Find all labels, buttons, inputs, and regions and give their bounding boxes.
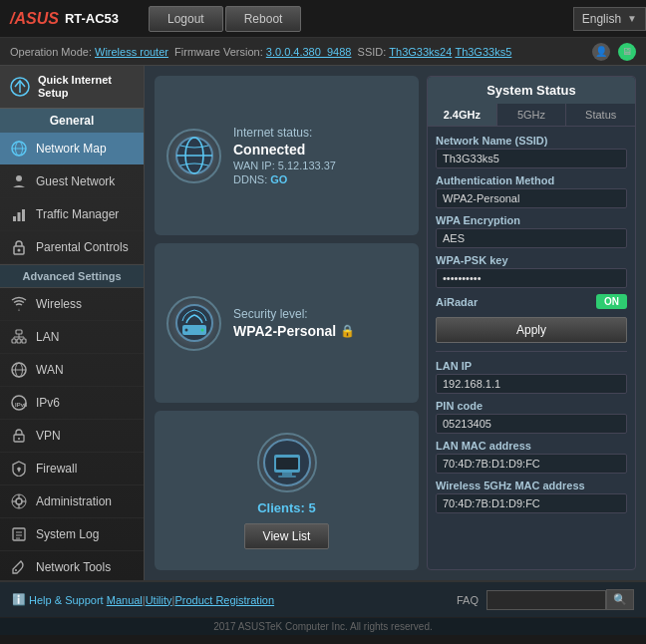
- sidebar-item-firewall[interactable]: Firewall: [0, 453, 144, 485]
- wpa-psk-field-value: ••••••••••: [436, 268, 627, 288]
- main-content: Internet status: Connected WAN IP: 5.12.…: [145, 66, 646, 580]
- airada-toggle[interactable]: ON: [596, 294, 627, 309]
- internet-ddns: DDNS: GO: [233, 173, 407, 185]
- sidebar-item-guest-network[interactable]: Guest Network: [0, 165, 144, 198]
- info-bar: Operation Mode: Wireless router Firmware…: [0, 38, 646, 66]
- lock-icon: 🔒: [340, 324, 355, 338]
- ssid-field-label: Network Name (SSID): [436, 135, 627, 147]
- sidebar-item-network-tools[interactable]: Network Tools: [0, 551, 144, 580]
- svg-rect-12: [12, 339, 16, 343]
- header-buttons: Logout Reboot: [145, 6, 573, 32]
- sidebar-item-traffic-manager[interactable]: Traffic Manager: [0, 198, 144, 231]
- system-status-body: Network Name (SSID) Th3G33ks5 Authentica…: [428, 127, 635, 521]
- security-level-value: WPA2-Personal: [233, 323, 336, 339]
- sidebar-item-system-log[interactable]: System Log: [0, 518, 144, 551]
- lan-mac-label: LAN MAC address: [436, 440, 627, 452]
- model-name: RT-AC53: [65, 11, 119, 26]
- sidebar-item-vpn[interactable]: VPN: [0, 420, 144, 453]
- sidebar-item-lan[interactable]: LAN: [0, 321, 144, 354]
- product-reg-link[interactable]: Product Registration: [174, 594, 274, 606]
- divider: [436, 351, 627, 352]
- svg-rect-14: [22, 339, 26, 343]
- internet-card: Internet status: Connected WAN IP: 5.12.…: [155, 76, 419, 235]
- pin-code-value: 05213405: [436, 414, 627, 434]
- svg-point-10: [18, 249, 21, 252]
- svg-rect-7: [18, 212, 21, 221]
- system-status-tabs: 2.4GHz 5GHz Status: [428, 104, 635, 127]
- quick-internet-icon: [10, 77, 30, 97]
- apply-button[interactable]: Apply: [436, 317, 627, 343]
- internet-wan-ip: WAN IP: 5.12.133.37: [233, 160, 407, 171]
- lan-ip-label: LAN IP: [436, 360, 627, 372]
- tab-5ghz[interactable]: 5GHz: [497, 104, 567, 126]
- wpa-enc-field-value: AES: [436, 228, 627, 248]
- airada-row: AiRadar ON: [436, 294, 627, 309]
- ssid-2g-link[interactable]: Th3G33ks24: [389, 46, 452, 58]
- sidebar-item-parental-controls[interactable]: Parental Controls: [0, 231, 144, 264]
- help-support-link[interactable]: Help & Support: [29, 594, 104, 606]
- svg-point-42: [184, 329, 187, 332]
- svg-point-5: [16, 175, 22, 181]
- auth-field-label: Authentication Method: [436, 174, 627, 186]
- network-tools-label: Network Tools: [36, 560, 111, 574]
- firmware-label: Firmware Version:: [174, 46, 263, 58]
- ipv6-icon: IPv6: [10, 394, 28, 412]
- system-log-icon: [10, 525, 28, 543]
- sidebar-item-network-map[interactable]: Network Map: [0, 133, 144, 165]
- svg-rect-47: [278, 476, 296, 478]
- user-icon[interactable]: 👤: [592, 43, 610, 61]
- copyright-bar: 2017 ASUSTeK Computer Inc. All rights re…: [0, 617, 646, 635]
- pin-code-label: PIN code: [436, 400, 627, 412]
- sidebar-item-wireless[interactable]: Wireless: [0, 288, 144, 321]
- language-label: English: [582, 12, 621, 26]
- network-map-icon: [10, 140, 28, 158]
- reboot-button[interactable]: Reboot: [225, 6, 302, 32]
- sidebar-item-ipv6[interactable]: IPv6 IPv6: [0, 387, 144, 420]
- wireless-mac-value: 70:4D:7B:D1:D9:FC: [436, 493, 627, 513]
- system-status-title: System Status: [428, 77, 635, 104]
- svg-text:IPv6: IPv6: [15, 402, 27, 408]
- svg-point-43: [200, 329, 203, 332]
- general-section-header: General: [0, 109, 144, 133]
- internet-status-value: Connected: [233, 142, 407, 158]
- svg-point-26: [16, 498, 22, 504]
- language-selector[interactable]: English ▼: [573, 7, 646, 31]
- lan-ip-value: 192.168.1.1: [436, 374, 627, 394]
- sidebar-item-wan[interactable]: WAN: [0, 354, 144, 387]
- operation-mode-link[interactable]: Wireless router: [95, 46, 168, 58]
- faq-label: FAQ: [457, 594, 479, 606]
- logout-button[interactable]: Logout: [149, 6, 223, 32]
- view-list-button[interactable]: View List: [244, 523, 330, 549]
- logo-area: /ASUS RT-AC53: [0, 10, 145, 28]
- guest-network-label: Guest Network: [36, 174, 115, 188]
- svg-rect-13: [17, 339, 21, 343]
- tab-status[interactable]: Status: [566, 104, 635, 126]
- monitor-icon[interactable]: 🖥: [618, 43, 636, 61]
- sidebar: Quick InternetSetup General Network Map: [0, 66, 145, 580]
- clients-count-value: 5: [309, 500, 316, 515]
- info-bar-icons: 👤 🖥: [592, 43, 636, 61]
- clients-icon: [257, 433, 317, 492]
- sidebar-item-quick-internet[interactable]: Quick InternetSetup: [0, 66, 144, 109]
- footer-search-button[interactable]: 🔍: [606, 589, 634, 610]
- wireless-icon: [10, 295, 28, 313]
- footer-search-input[interactable]: [486, 590, 606, 610]
- firmware-version-link[interactable]: 3.0.0.4.380_9488: [266, 46, 352, 58]
- ddns-go-link[interactable]: GO: [270, 173, 287, 185]
- network-diagram: Internet status: Connected WAN IP: 5.12.…: [155, 76, 419, 570]
- parental-controls-label: Parental Controls: [36, 240, 129, 254]
- tab-2ghz[interactable]: 2.4GHz: [428, 104, 497, 126]
- utility-link[interactable]: Utility: [146, 594, 172, 606]
- vpn-label: VPN: [36, 429, 61, 443]
- system-status-panel: System Status 2.4GHz 5GHz Status Network…: [427, 76, 636, 570]
- sidebar-item-administration[interactable]: Administration: [0, 485, 144, 518]
- security-info: Security level: WPA2-Personal 🔒: [233, 307, 407, 339]
- wpa-enc-field-label: WPA Encryption: [436, 214, 627, 226]
- wireless-mac-label: Wireless 5GHz MAC address: [436, 480, 627, 491]
- lan-mac-value: 70:4D:7B:D1:D9:FC: [436, 454, 627, 474]
- ssid-5g-link[interactable]: Th3G33ks5: [455, 46, 511, 58]
- security-level-label: Security level:: [233, 307, 407, 321]
- wan-icon: [10, 361, 28, 379]
- lan-label: LAN: [36, 330, 59, 344]
- manual-link[interactable]: Manual: [107, 594, 143, 606]
